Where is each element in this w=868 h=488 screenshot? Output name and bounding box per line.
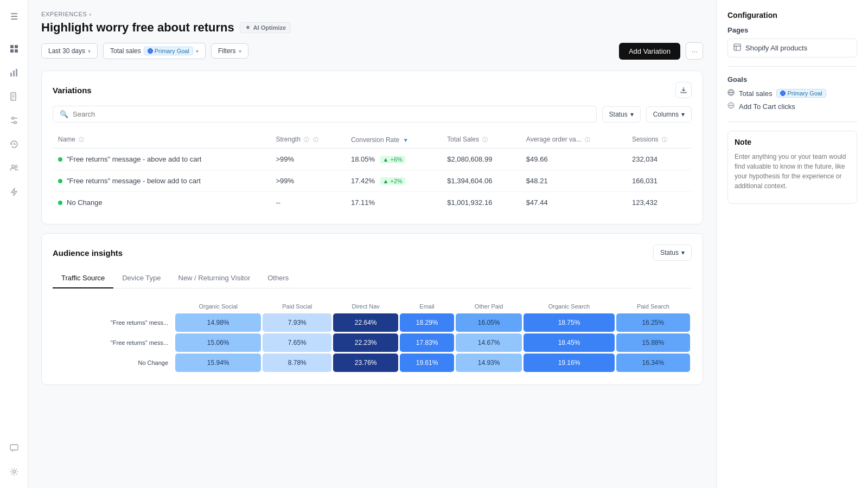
variation-name-text: "Free returns" message - above add to ca… <box>67 155 201 163</box>
status-filter-button[interactable]: Status ▾ <box>602 106 641 123</box>
heatmap-value: 18.45% <box>524 333 614 352</box>
strength-info-icon[interactable]: ⓘ <box>304 137 309 143</box>
heatmap-col-header: Paid Social <box>263 301 331 312</box>
globe-icon <box>727 89 735 98</box>
document-icon[interactable] <box>4 87 24 106</box>
cell-total-sales: $2,080,608.99 <box>442 149 521 170</box>
heatmap-col-header: Paid Search <box>616 301 690 312</box>
heatmap-cell: 16.34% <box>616 354 690 372</box>
audience-icon[interactable] <box>4 158 24 178</box>
cell-conversion-rate: 17.42% ▲ +2% <box>346 170 442 192</box>
svg-point-19 <box>12 471 15 473</box>
col-strength: Strength ⓘ ⓘ <box>271 131 346 149</box>
cell-sessions: 123,432 <box>627 192 692 214</box>
goal-dot-icon <box>148 48 153 54</box>
grid-icon[interactable] <box>4 39 24 59</box>
goal-tag-icon <box>780 91 786 96</box>
tab-others[interactable]: Others <box>259 268 297 288</box>
pages-title: Pages <box>727 26 857 34</box>
variations-title: Variations <box>53 86 92 95</box>
page-title-row: Highlight worry free about returns AI Op… <box>41 21 703 35</box>
heatmap-cell: 8.78% <box>263 354 331 372</box>
goal-add-to-cart: Add To Cart clicks <box>727 102 857 111</box>
strength-extra-icon[interactable]: ⓘ <box>313 137 318 143</box>
note-textarea[interactable] <box>735 152 850 195</box>
heatmap-row: No Change15.94%8.78%23.76%19.61%14.93%19… <box>54 354 690 372</box>
divider <box>727 66 857 67</box>
tab-device-type[interactable]: Device Type <box>113 268 169 288</box>
pages-item[interactable]: Shopify All products <box>727 38 857 57</box>
search-input[interactable] <box>73 110 590 118</box>
tab-new-returning[interactable]: New / Returning Visitor <box>170 268 259 288</box>
svg-point-15 <box>11 165 14 168</box>
audience-status-button[interactable]: Status ▾ <box>653 245 692 261</box>
heatmap-col-header: Organic Social <box>175 301 261 312</box>
heatmap-value: 16.25% <box>616 313 690 332</box>
status-chevron: ▾ <box>630 111 634 118</box>
panel-divider <box>727 121 857 122</box>
tab-traffic-source[interactable]: Traffic Source <box>53 268 113 288</box>
col-name: Name ⓘ <box>53 131 271 149</box>
sessions-info-icon[interactable]: ⓘ <box>662 137 667 143</box>
heatmap-value: 18.75% <box>524 313 614 332</box>
svg-rect-1 <box>15 45 18 48</box>
note-section: Note <box>727 131 857 204</box>
settings-sliders-icon[interactable] <box>4 111 24 130</box>
page-title: Highlight worry free about returns <box>41 21 234 35</box>
heatmap-table: Organic SocialPaid SocialDirect NavEmail… <box>53 299 692 374</box>
svg-marker-17 <box>11 188 17 196</box>
table-controls: 🔍 Status ▾ Columns ▾ <box>53 106 692 123</box>
heatmap-cell: 15.88% <box>616 333 690 352</box>
filters-label: Filters <box>218 47 236 55</box>
heatmap-cell: 18.29% <box>400 313 454 332</box>
col-sessions: Sessions ⓘ <box>627 131 692 149</box>
heatmap-cell: 15.06% <box>175 333 261 352</box>
breadcrumb-chevron: › <box>89 11 91 17</box>
download-button[interactable] <box>675 82 692 98</box>
add-variation-button[interactable]: Add Variation <box>619 43 680 60</box>
heatmap-cell: 19.61% <box>400 354 454 372</box>
name-info-icon[interactable]: ⓘ <box>79 137 84 143</box>
heatmap-container: Organic SocialPaid SocialDirect NavEmail… <box>53 299 692 374</box>
heatmap-cell: 15.94% <box>175 354 261 372</box>
heatmap-row-label: "Free returns" mess... <box>54 313 174 332</box>
goals-list: Total sales Primary Goal Add To Cart cli… <box>727 89 857 111</box>
lightning-icon[interactable] <box>4 182 24 202</box>
heatmap-cell: 18.75% <box>524 313 614 332</box>
pages-item-label: Shopify All products <box>745 44 807 52</box>
ai-optimize-badge[interactable]: AI Optimize <box>240 22 291 33</box>
heatmap-cell: 7.65% <box>263 333 331 352</box>
content-area: EXPERIENCES › Highlight worry free about… <box>28 0 716 488</box>
heatmap-value: 23.76% <box>333 354 398 372</box>
svg-rect-0 <box>10 45 14 48</box>
columns-button[interactable]: Columns ▾ <box>646 106 692 123</box>
heatmap-row: "Free returns" mess...15.06%7.65%22.23%1… <box>54 333 690 352</box>
heatmap-value: 19.61% <box>400 354 454 372</box>
table-row: "Free returns" message - above add to ca… <box>53 149 692 170</box>
sort-icon[interactable]: ▼ <box>403 137 409 143</box>
filters-button[interactable]: Filters ▾ <box>211 43 248 59</box>
message-icon[interactable] <box>4 438 24 458</box>
heatmap-col-header: Organic Search <box>524 301 614 312</box>
gear-icon[interactable] <box>4 462 24 481</box>
avg-info-icon[interactable]: ⓘ <box>585 137 590 143</box>
configuration-section: Configuration Pages Shopify All products… <box>727 11 857 111</box>
goal-total-sales: Total sales Primary Goal <box>727 89 857 98</box>
breadcrumb-label[interactable]: EXPERIENCES <box>41 11 87 17</box>
heatmap-value: 7.93% <box>263 313 331 332</box>
goal-primary-label: Primary Goal <box>787 90 822 97</box>
heatmap-col-header: Direct Nav <box>333 301 398 312</box>
menu-icon[interactable]: ☰ <box>4 7 24 26</box>
more-options-button[interactable]: ··· <box>686 42 703 60</box>
chart-bar-icon[interactable] <box>4 63 24 82</box>
status-label: Status <box>609 111 628 118</box>
sales-info-icon[interactable]: ⓘ <box>482 137 488 143</box>
heatmap-value: 14.98% <box>175 313 261 332</box>
date-range-button[interactable]: Last 30 days ▾ <box>41 43 98 59</box>
metric-button[interactable]: Total sales Primary Goal ▾ <box>103 43 206 59</box>
heatmap-cell: 14.98% <box>175 313 261 332</box>
cell-name: No Change <box>53 192 271 214</box>
cell-name: "Free returns" message - below add to ca… <box>53 170 271 192</box>
heatmap-cell: 18.45% <box>524 333 614 352</box>
history-icon[interactable] <box>4 134 24 154</box>
